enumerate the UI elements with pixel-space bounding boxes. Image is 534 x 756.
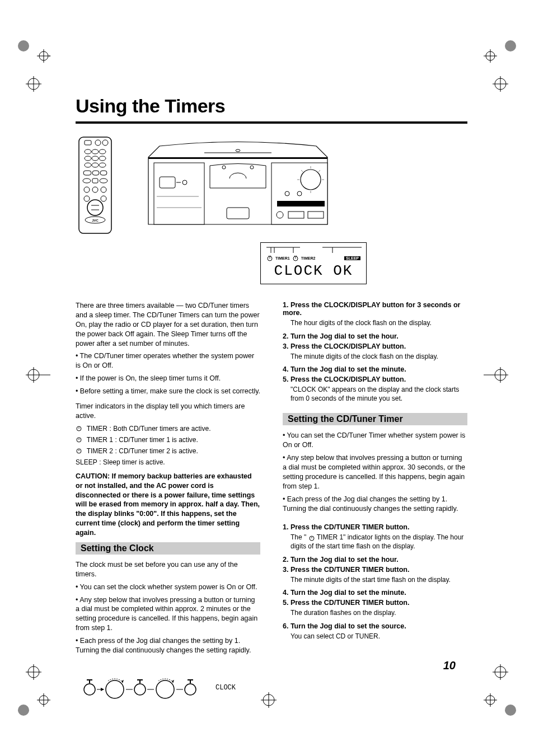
clock-step-3-note: The minute digits of the clock flash on … (291, 353, 467, 361)
timer-icon (76, 447, 82, 454)
heading-setting-clock: Setting the Clock (76, 542, 260, 555)
regmark-bl2 (17, 655, 50, 689)
cd-step-3: 3. Press the CD/TUNER TIMER button. (283, 566, 409, 574)
svg-point-8 (505, 40, 516, 51)
cd-intro-1: • Any step below that involves pressing … (283, 453, 467, 491)
timer-icon (308, 534, 315, 541)
page-title: Using the Timers (76, 95, 467, 117)
svg-line-103 (294, 256, 296, 256)
cd-step-5-note: The duration flashes on the display. (291, 609, 467, 618)
cd-step-4: 4. Turn the Jog dial to set the minute. (283, 589, 406, 597)
regmark-mr (484, 358, 517, 392)
cd-step-1-note-b: TIMER 1" indicator lights on the display… (291, 533, 463, 550)
regmark-tr2 (484, 67, 517, 101)
heading-cd-timer: Setting the CD/Tuner Timer (283, 413, 467, 425)
clock-step-5: 5. Press the CLOCK/DISPLAY button. (283, 375, 406, 383)
indicator-2-label: TIMER 2 (87, 447, 113, 455)
svg-rect-67 (148, 157, 327, 159)
svg-point-28 (505, 705, 516, 716)
indicator-0-desc: Both CD/Tuner timers are active. (113, 425, 210, 433)
caution-text: CAUTION: If memory backup batteries are … (76, 472, 260, 538)
clock-step-5-note: "CLOCK OK" appears on the display and th… (291, 386, 467, 403)
svg-text:JVC: JVC (92, 219, 99, 222)
clock-step-2: 2. Turn the Jog dial to set the hour. (283, 332, 399, 340)
svg-rect-70 (227, 208, 249, 219)
intro-para-2: • If the power is On, the sleep timer tu… (76, 374, 260, 383)
cd-step-3-note: The minute digits of the start time flas… (291, 576, 467, 585)
svg-point-21 (18, 705, 29, 716)
cd-intro-0: • You can set the CD/Tuner Timer whether… (283, 431, 467, 450)
svg-point-114 (134, 684, 146, 695)
clock-step-1: 1. Press the CLOCK/DISPLAY button for 3 … (283, 301, 460, 317)
indicator-1-desc: CD/Tuner timer 1 is active. (119, 436, 198, 444)
svg-line-104 (296, 256, 297, 256)
regmark-tl2 (17, 67, 50, 101)
clock-intro-2: • Any step below that involves pressing … (76, 595, 260, 633)
svg-point-117 (185, 684, 196, 695)
display-timer1-label: TIMER1 (275, 256, 290, 260)
indicator-0-label: TIMER (87, 425, 107, 433)
timer-icon (266, 255, 273, 261)
svg-point-0 (18, 40, 29, 51)
remote-control-figure: JVC (76, 135, 115, 236)
regmark-ml (17, 358, 50, 392)
display-timer2-label: TIMER2 (301, 256, 316, 260)
clock-set-diagram: CLOCK OK (81, 670, 238, 709)
clock-step-3: 3. Press the CLOCK/DISPLAY button. (283, 342, 406, 350)
clock-step-4: 4. Turn the Jog dial to set the minute. (283, 365, 406, 373)
svg-point-113 (106, 680, 124, 698)
timer-icon (292, 255, 299, 261)
svg-line-99 (269, 256, 270, 256)
svg-rect-87 (277, 201, 325, 206)
display-text: CLOCK OK (266, 262, 360, 279)
timer-icon (76, 425, 82, 431)
main-unit-figure (132, 135, 344, 230)
svg-line-100 (270, 256, 271, 256)
intro-para-3: • Before setting a timer, make sure the … (76, 387, 260, 396)
diagram-text: CLOCK OK (216, 684, 238, 692)
indicators-intro: Timer indicators in the display tell you… (76, 402, 260, 421)
indicator-3-label: SLEEP (76, 458, 97, 466)
clock-step-1-note: The hour digits of the clock flash on th… (291, 319, 467, 328)
indicator-1-label: TIMER 1 (87, 436, 113, 444)
clock-intro-3: • Each press of the Jog dial changes the… (76, 636, 260, 655)
display-sleep-label: SLEEP (344, 256, 360, 260)
svg-rect-89 (288, 212, 304, 218)
cd-step-2: 2. Turn the Jog dial to set the hour. (283, 556, 399, 564)
page-number: 10 (443, 659, 456, 672)
cd-step-5: 5. Press the CD/TUNER TIMER button. (283, 599, 409, 607)
display-panel-figure: TIMER1 TIMER2 SLEEP CLOCK OK (260, 242, 367, 284)
intro-para-0: There are three timers available — two C… (76, 301, 260, 348)
indicator-2-desc: CD/Tuner timer 2 is active. (119, 447, 198, 455)
svg-rect-90 (308, 212, 324, 218)
regmark-br2 (484, 655, 517, 689)
cd-step-6: 6. Turn the Jog dial to set the source. (283, 622, 406, 630)
cd-step-1: 1. Press the CD/TUNER TIMER button. (283, 523, 409, 531)
clock-intro-0: The clock must be set before you can use… (76, 560, 260, 579)
indicator-3-desc: Sleep timer is active. (103, 458, 165, 466)
title-bar: Using the Timers (76, 95, 467, 124)
clock-intro-1: • You can set the clock whether system p… (76, 583, 260, 592)
cd-step-1-note-a: The " (291, 533, 306, 541)
cd-intro-2: • Each press of the Jog dial changes the… (283, 495, 467, 514)
timer-icon (76, 436, 82, 443)
svg-point-111 (84, 684, 95, 695)
intro-para-1: • The CD/Tuner timer operates whether th… (76, 351, 260, 370)
svg-point-116 (156, 680, 174, 698)
svg-rect-71 (154, 163, 204, 224)
cd-step-6-note: You can select CD or TUNER. (291, 632, 467, 641)
